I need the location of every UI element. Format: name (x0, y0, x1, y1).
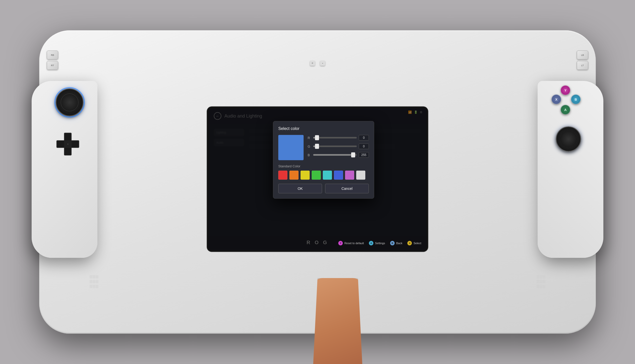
color-preview-box (278, 135, 304, 160)
d-pad[interactable]: ✦ (56, 133, 79, 155)
r-slider-row: R 0 (308, 135, 369, 141)
select-btn[interactable]: X Select (407, 241, 421, 245)
cancel-button[interactable]: Cancel (325, 184, 369, 193)
dpad-center: ✦ (64, 140, 72, 148)
right-joystick[interactable] (556, 126, 581, 152)
select-label: Select (413, 241, 421, 244)
abxy-buttons: Y B A X (552, 85, 581, 115)
x-icon: X (407, 241, 412, 245)
g-label: G (308, 144, 311, 148)
device-shell: RB RT LB LT ✦ (39, 30, 596, 334)
b-slider-thumb[interactable] (351, 152, 355, 157)
right-trigger[interactable]: LT (577, 61, 588, 70)
finger (312, 278, 363, 364)
dialog-title: Select color (278, 126, 369, 131)
back-btn[interactable]: B Back (390, 241, 402, 245)
swatch-orange[interactable] (289, 171, 299, 180)
y-icon: Y (338, 241, 343, 245)
x-button[interactable]: X (552, 95, 561, 104)
b-slider-track[interactable] (313, 154, 357, 156)
g-slider-value[interactable]: 0 (359, 144, 369, 149)
r-slider-track[interactable] (313, 137, 357, 139)
b-slider-fill (313, 154, 352, 156)
swatch-yellow[interactable] (301, 171, 310, 180)
left-bumper[interactable]: RB (47, 51, 58, 59)
view-button[interactable]: ⊞ (310, 61, 315, 66)
b-icon: B (390, 241, 395, 245)
dialog-buttons: OK Cancel (278, 184, 369, 193)
standard-color-label: Standard Color (278, 164, 369, 168)
b-label: B (308, 153, 311, 157)
settings-label: Settings (375, 241, 385, 244)
r-slider-thumb[interactable] (315, 135, 319, 140)
screen: ← Audio and Lighting 📶 🔋 ⚙ Lighting Audi… (209, 108, 426, 250)
g-slider-track[interactable] (313, 146, 357, 147)
speaker-left (90, 275, 98, 288)
swatch-white[interactable] (356, 171, 365, 180)
a-icon: A (369, 241, 373, 245)
left-shoulder-buttons: RB RT (47, 51, 58, 70)
g-slider-row: G 0 (308, 144, 369, 149)
g-slider-thumb[interactable] (315, 144, 319, 149)
standard-color-section: Standard Color (278, 164, 369, 180)
sliders-container: R 0 G (308, 135, 369, 158)
menu-button[interactable]: ≡ (320, 61, 325, 66)
color-preview-row: R 0 G (278, 135, 369, 160)
right-bumper[interactable]: LB (577, 51, 588, 59)
b-slider-row: B 255 (308, 152, 369, 158)
joystick-inner (61, 94, 78, 111)
right-shoulder-buttons: LB LT (577, 51, 588, 70)
swatch-red[interactable] (278, 171, 287, 180)
b-slider-value[interactable]: 255 (359, 152, 369, 158)
swatch-green[interactable] (312, 171, 321, 180)
reset-label: Reset to default (344, 241, 364, 244)
swatch-cyan[interactable] (323, 171, 332, 180)
a-button[interactable]: A (561, 105, 570, 115)
r-label: R (308, 136, 311, 140)
rog-logo: R O G (307, 240, 329, 245)
b-button[interactable]: B (571, 95, 581, 104)
color-swatches (278, 171, 369, 180)
y-button[interactable]: Y (561, 85, 570, 95)
speaker-right (537, 275, 545, 288)
center-buttons: ⊞ ≡ (310, 61, 325, 66)
settings-btn[interactable]: A Settings (369, 241, 385, 245)
back-label: Back (396, 241, 402, 244)
left-trigger[interactable]: RT (47, 61, 58, 70)
left-joystick[interactable] (56, 88, 83, 116)
color-dialog: Select color R 0 (273, 121, 374, 199)
swatch-blue[interactable] (334, 171, 343, 180)
ok-button[interactable]: OK (278, 184, 322, 193)
reset-to-default-btn[interactable]: Y Reset to default (338, 241, 364, 245)
right-joystick-inner (560, 131, 577, 147)
swatch-purple[interactable] (345, 171, 354, 180)
r-slider-value[interactable]: 0 (359, 135, 369, 141)
